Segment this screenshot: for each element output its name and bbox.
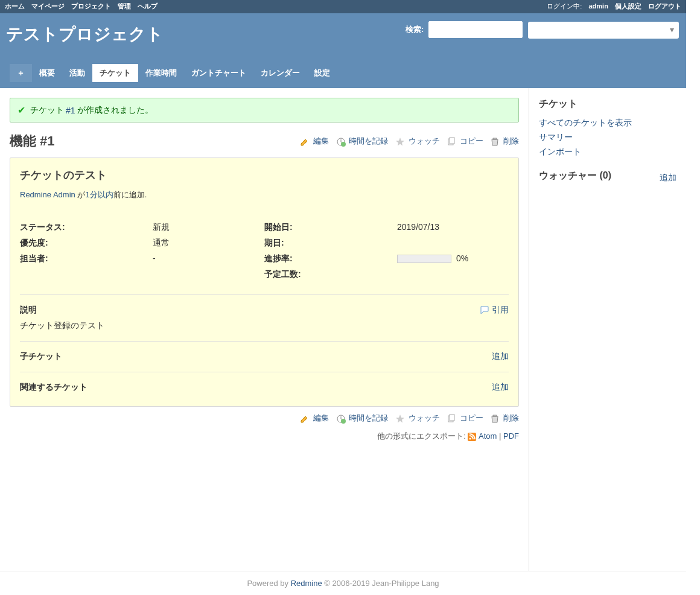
nav-help[interactable]: ヘルプ bbox=[138, 2, 158, 10]
export-pdf-link[interactable]: PDF bbox=[503, 431, 519, 441]
assignee-label: 担当者: bbox=[20, 253, 153, 264]
tab-calendar[interactable]: カレンダー bbox=[253, 64, 307, 82]
subtasks-heading: 子チケット bbox=[20, 351, 62, 362]
estimated-hours-label: 予定工数: bbox=[264, 269, 397, 280]
svg-rect-7 bbox=[450, 415, 454, 421]
description-text: チケット登録のテスト bbox=[20, 320, 509, 331]
clock-icon bbox=[336, 414, 346, 424]
comment-icon bbox=[480, 305, 489, 315]
done-ratio-value: 0% bbox=[397, 253, 468, 264]
top-menu-right: ログイン中: admin 個人設定 ログアウト bbox=[547, 2, 681, 11]
progress-bar bbox=[397, 255, 451, 263]
main-menu: ＋ 概要 活動 チケット 作業時間 ガントチャート カレンダー 設定 bbox=[6, 64, 680, 82]
description-heading: 説明 bbox=[20, 305, 37, 316]
add-subtask-button[interactable]: 追加 bbox=[492, 351, 509, 362]
nav-projects[interactable]: プロジェクト bbox=[71, 2, 111, 10]
edit-button[interactable]: 編集 bbox=[300, 136, 331, 145]
trash-icon bbox=[490, 414, 500, 424]
flash-suffix: が作成されました。 bbox=[77, 105, 153, 116]
flash-issue-link[interactable]: #1 bbox=[66, 106, 75, 115]
tab-issues[interactable]: チケット bbox=[92, 64, 138, 82]
watch-button-bottom[interactable]: ウォッチ bbox=[395, 413, 442, 422]
star-icon bbox=[395, 414, 405, 424]
delete-button[interactable]: 削除 bbox=[490, 136, 519, 145]
done-ratio-label: 進捗率: bbox=[264, 253, 397, 264]
issue-details: チケットのテスト Redmine Admin が1分以内前に追加. ステータス:… bbox=[10, 158, 519, 407]
relations-heading: 関連するチケット bbox=[20, 382, 88, 393]
issue-heading: 機能 #1 bbox=[10, 132, 55, 150]
sidebar-issues-title: チケット bbox=[539, 98, 676, 110]
pencil-icon bbox=[300, 414, 310, 424]
issue-author-line: Redmine Admin が1分以内前に追加. bbox=[20, 189, 509, 200]
created-when-link[interactable]: 1分以内 bbox=[85, 190, 113, 199]
check-icon: ✔ bbox=[18, 104, 25, 116]
log-time-button[interactable]: 時間を記録 bbox=[336, 136, 390, 145]
issue-attributes: ステータス:新規 優先度:通常 担当者:- 開始日:2019/07/13 期日:… bbox=[20, 222, 509, 285]
trash-icon bbox=[490, 137, 500, 147]
nav-mypage[interactable]: マイページ bbox=[31, 2, 65, 10]
tab-new-object[interactable]: ＋ bbox=[10, 64, 32, 82]
due-date-label: 期日: bbox=[264, 238, 397, 249]
tab-settings[interactable]: 設定 bbox=[307, 64, 337, 82]
tab-activity[interactable]: 活動 bbox=[62, 64, 92, 82]
login-label: ログイン中: bbox=[547, 2, 582, 10]
tab-gantt[interactable]: ガントチャート bbox=[184, 64, 253, 82]
svg-point-9 bbox=[469, 438, 471, 439]
export-formats: 他の形式にエクスポート: Atom | PDF bbox=[10, 431, 519, 442]
nav-myaccount[interactable]: 個人設定 bbox=[615, 2, 641, 10]
footer-redmine-link[interactable]: Redmine bbox=[291, 579, 322, 588]
add-relation-button[interactable]: 追加 bbox=[492, 382, 509, 393]
star-icon bbox=[395, 137, 405, 147]
sidebar-watchers-title: ウォッチャー (0) bbox=[539, 170, 611, 182]
pencil-icon bbox=[300, 137, 310, 147]
status-label: ステータス: bbox=[20, 222, 153, 233]
copy-icon bbox=[447, 137, 456, 147]
svg-point-5 bbox=[341, 419, 346, 424]
login-user-link[interactable]: admin bbox=[588, 2, 608, 10]
header: 検索: テストプロジェクト テストプロジェクト ＋ 概要 活動 チケット 作業時… bbox=[0, 13, 686, 88]
search-input[interactable] bbox=[428, 21, 523, 38]
nav-logout[interactable]: ログアウト bbox=[648, 2, 681, 10]
svg-rect-3 bbox=[450, 138, 454, 144]
nav-home[interactable]: ホーム bbox=[5, 2, 25, 10]
watch-button[interactable]: ウォッチ bbox=[395, 136, 442, 145]
priority-label: 優先度: bbox=[20, 238, 153, 249]
issue-subject: チケットのテスト bbox=[20, 168, 509, 182]
copy-icon bbox=[447, 414, 456, 424]
sidebar-link-import[interactable]: インポート bbox=[539, 147, 676, 158]
sidebar-link-summary[interactable]: サマリー bbox=[539, 132, 676, 143]
status-value: 新規 bbox=[153, 222, 170, 233]
nav-admin[interactable]: 管理 bbox=[118, 2, 131, 10]
quick-search: 検索: テストプロジェクト bbox=[406, 21, 679, 39]
search-label: 検索: bbox=[406, 25, 424, 34]
log-time-button-bottom[interactable]: 時間を記録 bbox=[336, 413, 390, 422]
priority-value: 通常 bbox=[153, 238, 170, 249]
copy-button[interactable]: コピー bbox=[447, 136, 485, 145]
feed-icon bbox=[468, 433, 476, 441]
clock-icon bbox=[336, 137, 346, 147]
sidebar: チケット すべてのチケットを表示 サマリー インポート ウォッチャー (0) 追… bbox=[529, 88, 686, 571]
quote-button[interactable]: 引用 bbox=[480, 305, 509, 316]
flash-notice: ✔ チケット #1 が作成されました。 bbox=[10, 98, 519, 122]
start-date-label: 開始日: bbox=[264, 222, 397, 233]
tab-time-entries[interactable]: 作業時間 bbox=[138, 64, 184, 82]
top-menu-left: ホーム マイページ プロジェクト 管理 ヘルプ bbox=[5, 2, 162, 11]
assignee-value: - bbox=[153, 253, 156, 264]
add-watcher-button[interactable]: 追加 bbox=[660, 173, 676, 183]
issue-actions-top: 編集 時間を記録 ウォッチ コピー bbox=[295, 136, 519, 147]
project-jump-select[interactable]: テストプロジェクト bbox=[528, 22, 679, 39]
edit-button-bottom[interactable]: 編集 bbox=[300, 413, 331, 422]
svg-point-1 bbox=[341, 142, 346, 147]
copy-button-bottom[interactable]: コピー bbox=[447, 413, 485, 422]
flash-prefix: チケット bbox=[30, 105, 64, 116]
content: ✔ チケット #1 が作成されました。 機能 #1 編集 時間を記録 bbox=[0, 88, 529, 571]
top-menu: ホーム マイページ プロジェクト 管理 ヘルプ ログイン中: admin 個人設… bbox=[0, 0, 686, 13]
export-atom-link[interactable]: Atom bbox=[468, 431, 499, 441]
sidebar-link-all-issues[interactable]: すべてのチケットを表示 bbox=[539, 118, 676, 129]
tab-overview[interactable]: 概要 bbox=[32, 64, 62, 82]
delete-button-bottom[interactable]: 削除 bbox=[490, 413, 519, 422]
start-date-value: 2019/07/13 bbox=[397, 222, 439, 233]
issue-actions-bottom: 編集 時間を記録 ウォッチ コピー bbox=[295, 413, 519, 424]
footer: Powered by Redmine © 2006-2019 Jean-Phil… bbox=[0, 571, 686, 595]
author-link[interactable]: Redmine Admin bbox=[20, 190, 75, 199]
